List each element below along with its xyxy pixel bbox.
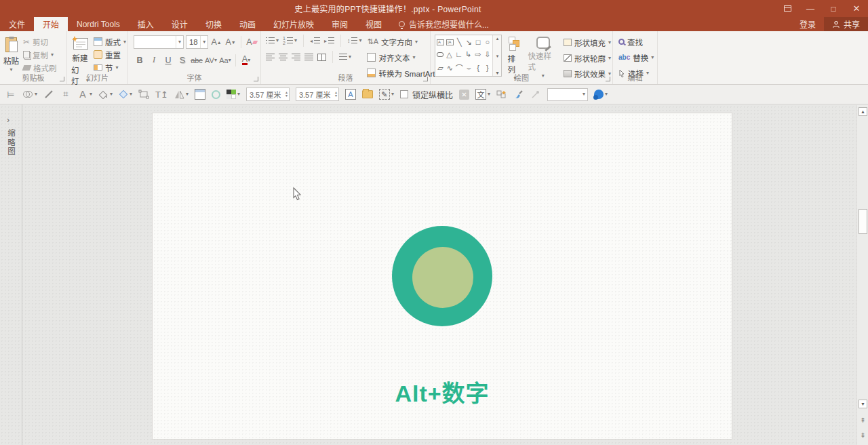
text-shadow-button[interactable]: S	[176, 54, 189, 66]
text-fit-icon[interactable]: T↥	[155, 88, 168, 100]
decrease-font-size-button[interactable]: A▼	[224, 36, 237, 49]
shape-scroll-up-icon[interactable]: ▴	[496, 36, 499, 41]
tab-review[interactable]: 审阅	[323, 17, 357, 31]
next-slide-button[interactable]: ⇟	[859, 431, 867, 440]
justify-button[interactable]	[304, 54, 313, 60]
decrease-indent-button[interactable]: ◂	[310, 37, 320, 44]
scroll-down-button[interactable]: ▼	[859, 400, 867, 408]
shape-textbox-icon[interactable]: A	[437, 39, 444, 45]
delete-tool-icon[interactable]: ✕	[459, 90, 469, 100]
minimize-button[interactable]: —	[799, 0, 822, 17]
bold-button[interactable]: B	[134, 54, 146, 66]
drawing-dialog-launcher[interactable]	[606, 77, 610, 81]
shape-scroll-down-icon[interactable]: ▾	[496, 54, 499, 59]
align-left-button[interactable]	[266, 54, 275, 60]
eyedropper-pen-icon[interactable]	[43, 88, 54, 100]
share-button[interactable]: 共享	[824, 17, 868, 31]
cut-button[interactable]: ✂ 剪切	[23, 35, 57, 48]
thumbnail-panel-collapsed[interactable]: › 缩略图	[0, 104, 22, 445]
replace-button[interactable]: abc 替换 ▾	[618, 51, 653, 64]
inner-circle-shape[interactable]	[412, 247, 473, 308]
italic-button[interactable]: I	[148, 54, 160, 66]
shape-height-spinner[interactable]: 3.57 厘米 ▴▾	[296, 88, 339, 101]
ribbon-display-options-icon[interactable]	[776, 0, 799, 17]
preset-combobox[interactable]: ▾	[547, 88, 588, 101]
circle-tool-icon[interactable]	[212, 90, 220, 99]
slide-canvas[interactable]: Alt+数字	[152, 113, 732, 440]
text-direction-button[interactable]: ⇅A 文字方向 ▾	[367, 35, 440, 48]
tab-home[interactable]: 开始	[34, 17, 68, 31]
arrange-button[interactable]: 排列 ▾	[507, 35, 522, 81]
edit-shape-button[interactable]: ✎▾	[379, 89, 394, 100]
shape-elbow-icon[interactable]: ∟	[455, 50, 462, 58]
eyedropper-icon[interactable]	[530, 88, 541, 100]
tab-design[interactable]: 设计	[163, 17, 197, 31]
slide-caption-text[interactable]: Alt+数字	[153, 375, 732, 408]
layout-button[interactable]: 版式 ▾	[94, 35, 126, 48]
shape-oval-icon[interactable]: ○	[484, 38, 491, 46]
plugin-logo-button[interactable]: ▾	[594, 90, 608, 99]
shape-rectangle-icon[interactable]: □	[475, 38, 482, 46]
distribute-button[interactable]: ▾	[339, 54, 351, 60]
align-right-button[interactable]	[292, 54, 300, 60]
shape-effects-button[interactable]: 形状效果 ▾	[564, 67, 611, 80]
lock-aspect-ratio-checkbox[interactable]: 锁定纵横比	[400, 89, 453, 100]
height-spinner-arrows[interactable]: ▴▾	[335, 91, 338, 98]
clipboard-dialog-launcher[interactable]	[60, 77, 64, 81]
maximize-button[interactable]: □	[822, 0, 845, 17]
shape-right-brace-icon[interactable]: }	[484, 64, 491, 72]
shape-fill-button[interactable]: 形状填充 ▾	[564, 36, 611, 49]
copy-button[interactable]: 复制 ▾	[23, 48, 57, 61]
sign-in-button[interactable]: 登录	[791, 17, 824, 31]
crop-icon[interactable]: ⌗	[60, 88, 71, 100]
shape-scribble-icon[interactable]: ∿	[446, 64, 454, 73]
shape-gallery[interactable]: A |A ╲ ↘ □ ○ △ ∟ ↳ ⇨ ⇩	[435, 35, 502, 77]
paragraph-dialog-launcher[interactable]	[423, 77, 428, 81]
shape-right-arrow-icon[interactable]: ⇨	[474, 50, 481, 59]
color-swatch-button[interactable]: ▾	[226, 90, 240, 99]
font-name-combobox[interactable]: ▾	[134, 35, 184, 49]
shape-triangle-icon[interactable]: △	[446, 50, 453, 59]
width-spinner-arrows[interactable]: ▴▾	[285, 91, 289, 98]
font-tool-button[interactable]: A▾	[77, 88, 92, 100]
shape-curve-icon[interactable]: ⌣	[465, 64, 473, 73]
columns-button[interactable]	[317, 54, 326, 61]
numbering-button[interactable]: 12▾	[283, 36, 297, 45]
underline-button[interactable]: U	[162, 54, 174, 66]
text-language-button[interactable]: 文▾	[475, 89, 490, 100]
shape-style-button[interactable]: ▾	[119, 90, 132, 99]
fill-tool-button[interactable]: ▾	[98, 90, 113, 99]
strikethrough-button[interactable]: abc	[191, 54, 203, 66]
shape-rounded-rectangle-icon[interactable]	[437, 52, 443, 57]
character-spacing-button[interactable]: AV▾	[205, 54, 217, 66]
shape-left-brace-icon[interactable]: {	[475, 64, 482, 72]
font-dialog-launcher[interactable]	[254, 77, 258, 81]
select-button[interactable]: 选择 ▾	[618, 66, 653, 79]
tab-animations[interactable]: 动画	[231, 17, 264, 31]
tab-view[interactable]: 视图	[357, 17, 391, 31]
font-color-button[interactable]: A▾	[240, 54, 252, 66]
clear-formatting-button[interactable]: A	[245, 36, 258, 49]
shape-arrow-line-icon[interactable]: ↘	[465, 38, 473, 47]
textbox-tool-icon[interactable]: A	[345, 89, 356, 100]
tab-insert[interactable]: 插入	[129, 17, 163, 31]
merge-shapes-button[interactable]: ▾	[22, 90, 37, 99]
find-button[interactable]: 查找	[618, 35, 653, 48]
shape-freeform-icon[interactable]: ▱	[437, 64, 444, 73]
shape-gallery-more-icon[interactable]: ▼	[495, 71, 500, 75]
shape-line-icon[interactable]: ╲	[456, 38, 463, 47]
increase-font-size-button[interactable]: A▲	[210, 36, 222, 49]
folder-icon[interactable]	[362, 90, 373, 98]
line-spacing-button[interactable]: ↕▾	[347, 37, 362, 44]
tell-me-box[interactable]: 告诉我您想要做什么...	[391, 17, 497, 31]
scroll-up-button[interactable]: ▲	[859, 107, 867, 116]
shape-arc-icon[interactable]: ⌒	[456, 62, 463, 73]
font-size-combobox[interactable]: 18 ▾	[186, 35, 208, 49]
section-button[interactable]: 节 ▾	[94, 61, 126, 74]
table-tool-icon[interactable]: ≣	[195, 89, 205, 100]
scrollbar-thumb[interactable]	[859, 209, 867, 234]
tab-nordri-tools[interactable]: Nordri Tools	[68, 17, 129, 31]
shape-outline-button[interactable]: 形状轮廓 ▾	[564, 52, 611, 64]
shape-vertical-textbox-icon[interactable]: |A	[446, 39, 454, 45]
shape-elbow-arrow-icon[interactable]: ↳	[465, 50, 472, 59]
